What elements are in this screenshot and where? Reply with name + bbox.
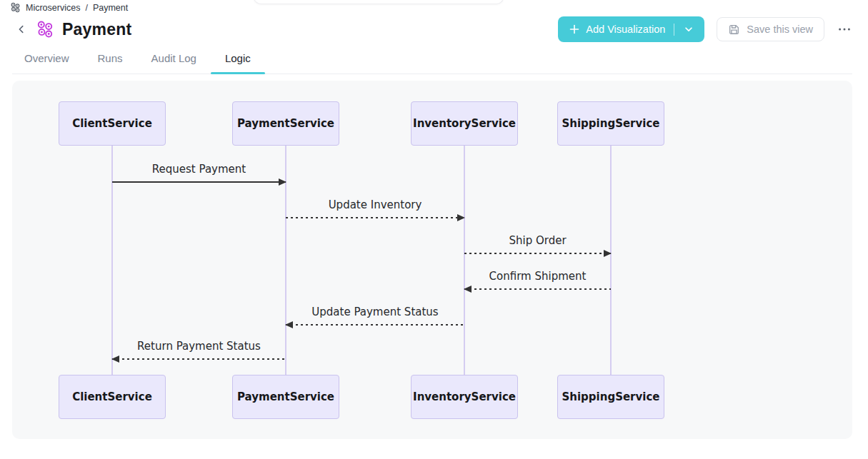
back-button[interactable] [14,22,29,36]
message-arrow [464,288,611,290]
services-cluster-icon [36,20,54,39]
message-arrow [112,181,286,183]
participant-box-bottom: ClientService [59,375,166,419]
tab-logic[interactable]: Logic [225,46,251,74]
tab-runs[interactable]: Runs [98,46,123,74]
message-arrow [112,358,286,360]
message-arrow [286,217,464,218]
message-label: Update Inventory [286,198,464,213]
participant-box-top: InventoryService [411,101,518,146]
message-label: Confirm Shipment [464,270,611,284]
add-visualization-button[interactable]: Add Visualization [558,16,704,42]
floppy-disk-icon [728,24,740,36]
participant-box-top: PaymentService [232,101,339,146]
tab-audit-log[interactable]: Audit Log [151,46,196,74]
message-arrow [286,324,464,326]
message-label: Update Payment Status [286,306,464,320]
breadcrumb-item-payment[interactable]: Payment [93,3,128,13]
participant-box-bottom: ShippingService [557,375,664,419]
tab-bar: Overview Runs Audit Log Logic [12,46,852,74]
participant-box-bottom: PaymentService [232,375,339,419]
page-title: Payment [62,20,131,39]
participant-box-bottom: InventoryService [411,375,518,419]
floating-toolbar-partial [254,0,504,4]
message-label: Return Payment Status [112,340,286,354]
participant-box-top: ShippingService [557,101,664,146]
tab-overview[interactable]: Overview [24,46,69,74]
message-label: Request Payment [112,163,286,177]
breadcrumb-separator: / [85,3,87,13]
message-arrow [464,253,611,254]
more-options-button[interactable] [835,20,854,39]
plus-icon [569,24,580,35]
lifeline [464,146,465,375]
save-view-button[interactable]: Save this view [717,17,824,41]
page-header: Payment Add Visualization Save this [0,13,868,43]
lifeline [610,146,612,375]
services-cluster-icon [10,2,21,13]
breadcrumb-item-microservices[interactable]: Microservices [26,3,80,13]
add-visualization-label: Add Visualization [586,24,665,35]
message-label: Ship Order [464,234,611,248]
save-view-label: Save this view [747,24,813,35]
button-divider [674,24,674,36]
ellipsis-icon [838,27,851,31]
sequence-diagram-canvas[interactable]: ClientServiceClientServicePaymentService… [12,81,852,439]
add-visualization-dropdown[interactable] [682,23,695,36]
participant-box-top: ClientService [59,101,166,146]
chevron-down-icon [684,24,694,34]
